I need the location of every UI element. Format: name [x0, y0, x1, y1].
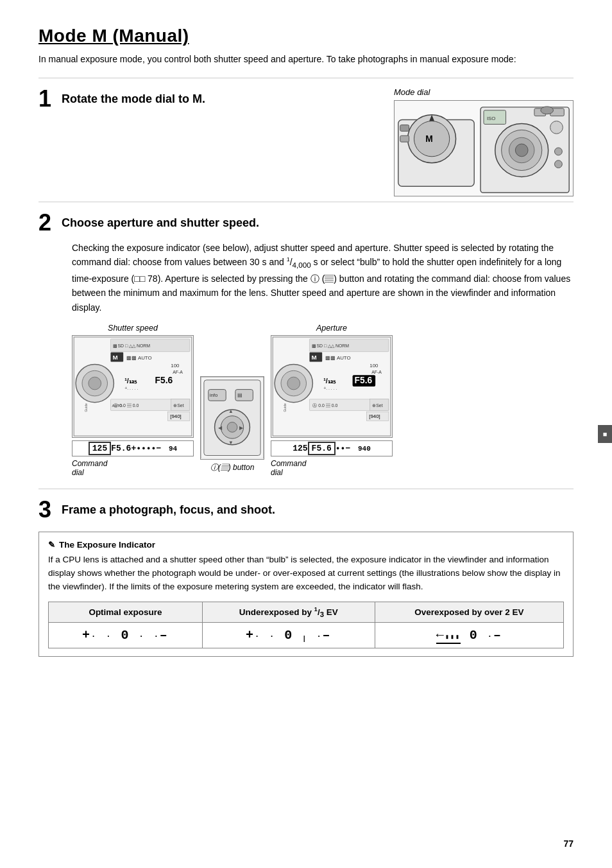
step1-title: Rotate the mode dial to M. [62, 87, 205, 106]
mode-dial-diagram: M [394, 100, 574, 196]
aperture-caption: Aperture [271, 324, 393, 333]
exposure-col-optimal: Optimal exposure [49, 602, 203, 622]
svg-text:M: M [425, 134, 433, 144]
aperture-indicator-bar: 125F5.6••− 940 [271, 440, 393, 456]
svg-text:ISO: ISO [487, 116, 496, 121]
svg-text:Guide: Guide [284, 403, 287, 412]
button-caption: ⓘ(▤) button [210, 462, 255, 473]
step2-diagrams: Shutter speed ▩SD □ △△ NORM M ▩▩ AUTO [72, 324, 574, 477]
svg-text:⊕Set: ⊕Set [173, 403, 183, 408]
aperture-viewfinder: ▩SD □ △△ NORM M ▩▩ AUTO Guide ¹/₁₂₅ F5.6… [271, 335, 393, 438]
info-button-diagram: info ▤ ▲ ▼ ◀ ▶ [200, 376, 264, 460]
svg-text:▩▩ AUTO: ▩▩ AUTO [325, 355, 351, 361]
svg-text:◀: ◀ [218, 425, 223, 431]
svg-text:AUTO: AUTO [112, 404, 123, 408]
svg-point-11 [515, 144, 528, 157]
exposure-table: Optimal exposure Underexposed by 1/3 EV … [48, 602, 564, 648]
svg-point-14 [550, 121, 563, 134]
step2-number: 2 [38, 211, 51, 234]
svg-text:[940]: [940] [170, 413, 182, 419]
step2-body: Checking the exposure indicator (see bel… [72, 241, 574, 315]
exposure-indicator-title: The Exposure Indicator [48, 540, 564, 550]
svg-point-16 [555, 148, 563, 155]
svg-text:Ⓐ 0.0  ▤ 0.0: Ⓐ 0.0 ▤ 0.0 [312, 403, 337, 408]
svg-text:100: 100 [370, 363, 378, 369]
step1-number: 1 [38, 87, 51, 110]
svg-point-15 [541, 107, 554, 114]
svg-point-63 [287, 377, 300, 390]
shutter-viewfinder: ▩SD □ △△ NORM M ▩▩ AUTO Guide ¹/₁₂₅ F5.6 [72, 335, 194, 438]
step3-title: Frame a photograph, focus, and shoot. [62, 498, 275, 517]
svg-text:AF-A: AF-A [173, 370, 183, 374]
svg-rect-6 [400, 135, 409, 142]
svg-text:M: M [311, 354, 316, 361]
svg-text:▼: ▼ [228, 440, 234, 446]
svg-text:F5.6: F5.6 [355, 375, 373, 385]
command-dial-label-left: Commanddial [72, 459, 194, 477]
svg-text:+. . . . .: +. . . . . [323, 386, 337, 390]
svg-text:M: M [112, 354, 117, 361]
exposure-indicator-body: If a CPU lens is attached and a shutter … [48, 553, 564, 594]
svg-text:info: info [210, 392, 218, 398]
step3-section: 3 Frame a photograph, focus, and shoot. [38, 489, 574, 521]
svg-text:▶: ▶ [239, 425, 244, 431]
intro-text: In manual exposure mode, you control bot… [38, 53, 574, 66]
step1-section: 1 Rotate the mode dial to M. Mode dial M [38, 78, 574, 196]
step3-number: 3 [38, 498, 51, 521]
exposure-indicator-box: The Exposure Indicator If a CPU lens is … [38, 532, 574, 657]
svg-text:+. . . . .: +. . . . . [124, 386, 138, 390]
exposure-under-value: +· · 0 | ·– [202, 622, 375, 648]
svg-text:100: 100 [171, 363, 180, 369]
exposure-over-value: ←▮▮▮ 0 ·– [375, 622, 563, 648]
svg-text:▲: ▲ [228, 408, 234, 414]
step2-title: Choose aperture and shutter speed. [62, 211, 259, 230]
svg-point-50 [227, 422, 237, 433]
svg-text:⊕Set: ⊕Set [372, 403, 382, 408]
command-dial-label-right: Commanddial [271, 459, 393, 477]
shutter-diagram-container: Shutter speed ▩SD □ △△ NORM M ▩▩ AUTO [72, 324, 194, 477]
svg-text:¹/₁₂₅: ¹/₁₂₅ [124, 377, 137, 385]
svg-point-17 [555, 161, 563, 168]
page-number: 77 [563, 838, 574, 849]
svg-text:¹/₁₂₅: ¹/₁₂₅ [323, 377, 336, 385]
mode-dial-caption: Mode dial [394, 87, 574, 97]
side-tab: ■ [598, 425, 612, 443]
step2-section: 2 Choose aperture and shutter speed. Che… [38, 202, 574, 477]
svg-text:F5.6: F5.6 [155, 375, 173, 385]
exposure-table-row: +· · 0 · ·– +· · 0 | ·– ←▮▮▮ 0 ·– [49, 622, 564, 648]
svg-rect-5 [400, 125, 409, 131]
svg-text:[940]: [940] [369, 413, 380, 419]
page-title: Mode M (Manual) [38, 26, 574, 46]
shutter-indicator-bar: 125F5.6+••••− 94 [72, 440, 194, 456]
svg-text:▩▩ AUTO: ▩▩ AUTO [126, 355, 152, 361]
svg-text:▩SD  □ △△ NORM: ▩SD □ △△ NORM [113, 343, 150, 348]
shutter-caption: Shutter speed [72, 324, 194, 333]
exposure-col-under: Underexposed by 1/3 EV [202, 602, 375, 622]
svg-point-28 [89, 377, 101, 390]
svg-text:▤: ▤ [237, 392, 242, 398]
aperture-diagram-container: Aperture ▩SD □ △△ NORM M ▩▩ AUTO Guide ¹… [271, 324, 393, 477]
svg-text:Guide: Guide [85, 403, 88, 412]
exposure-optimal-value: +· · 0 · ·– [49, 622, 203, 648]
svg-text:▩SD  □ △△ NORM: ▩SD □ △△ NORM [312, 343, 349, 348]
middle-panel: info ▤ ▲ ▼ ◀ ▶ ⓘ(▤) button [200, 324, 264, 477]
exposure-col-over: Overexposed by over 2 EV [375, 602, 563, 622]
svg-text:AF-A: AF-A [371, 370, 382, 374]
